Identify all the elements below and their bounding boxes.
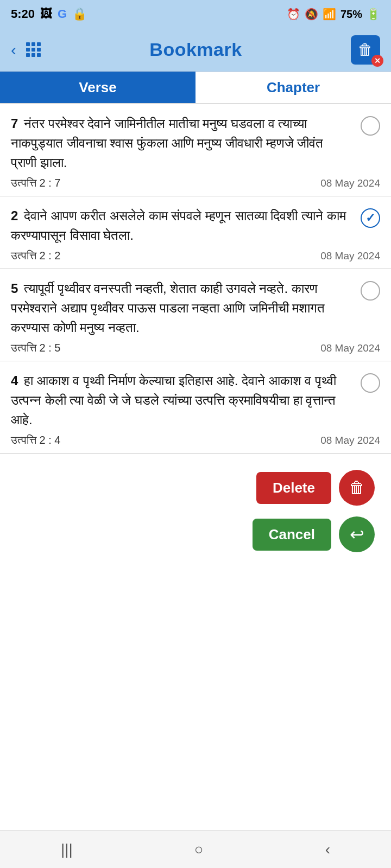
bookmark-date-4: 08 May 2024 (320, 435, 380, 446)
mute-icon: 🔕 (305, 8, 318, 21)
bookmark-text-4: 4 हा आकाश व पृथ्वी निर्माण केल्याचा इतिह… (11, 371, 380, 430)
photo-icon: 🖼 (40, 7, 52, 21)
undo-icon: ↩ (350, 524, 364, 545)
check-mark-icon: ✓ (365, 211, 375, 225)
bookmark-ref-4: उत्पत्ति 2 : 4 (11, 434, 60, 446)
google-icon: G (58, 7, 67, 21)
bookmark-meta-2: उत्पत्ति 2 : 2 08 May 2024 (11, 250, 380, 262)
recents-button[interactable]: ||| (61, 841, 73, 858)
home-button[interactable]: ○ (194, 841, 204, 858)
bookmark-text-1: 7 नंतर परमेश्वर देवाने जामिनीतील मातीचा … (11, 114, 380, 173)
tab-bar: Verse Chapter (0, 72, 391, 104)
bookmark-meta-4: उत्पत्ति 2 : 4 08 May 2024 (11, 434, 380, 446)
bookmark-meta-1: उत्पत्ति 2 : 7 08 May 2024 (11, 177, 380, 189)
battery-icon: 🔋 (367, 8, 380, 21)
action-area: Delete 🗑 Cancel ↩ (0, 454, 391, 563)
bookmark-item-2: 2 देवाने आपण करीत असलेले काम संपवले म्हण… (0, 196, 391, 269)
verse-num-2: 2 (11, 208, 18, 223)
status-right: ⏰ 🔕 📶 75% 🔋 (287, 8, 380, 21)
delete-button[interactable]: Delete (256, 472, 331, 504)
lock-icon: 🔒 (72, 7, 87, 21)
bookmark-checkbox-2[interactable]: ✓ (361, 208, 380, 228)
delete-icon-button[interactable]: 🗑 (339, 470, 375, 506)
bookmark-ref-2: उत्पत्ति 2 : 2 (11, 250, 60, 262)
back-nav-button[interactable]: ‹ (325, 841, 330, 858)
status-time: 5:20 (11, 7, 35, 21)
bottom-nav: ||| ○ ‹ (0, 830, 391, 868)
bookmark-checkbox-3[interactable] (361, 281, 380, 301)
signal-icon: 📶 (323, 8, 336, 21)
bookmark-meta-3: उत्पत्ति 2 : 5 08 May 2024 (11, 342, 380, 354)
bookmark-date-1: 08 May 2024 (320, 177, 380, 189)
bookmark-date-2: 08 May 2024 (320, 250, 380, 262)
delete-nav-button[interactable]: 🗑 ✕ (351, 35, 380, 65)
trash-icon: 🗑 (358, 41, 373, 59)
grid-button[interactable] (26, 42, 41, 57)
status-bar: 5:20 🖼 G 🔒 ⏰ 🔕 📶 75% 🔋 (0, 0, 391, 28)
page-title: Bookmark (149, 39, 242, 60)
bookmark-ref-3: उत्पत्ति 2 : 5 (11, 342, 60, 354)
bookmark-item-3: 5 त्यापूर्वी पृथ्वीवर वनस्पती नव्हती, शे… (0, 269, 391, 361)
back-button[interactable]: ‹ (11, 41, 16, 59)
bookmark-list: 7 नंतर परमेश्वर देवाने जामिनीतील मातीचा … (0, 104, 391, 454)
verse-num-3: 5 (11, 281, 18, 296)
nav-left: ‹ (11, 41, 41, 59)
bookmark-checkbox-1[interactable] (361, 116, 380, 136)
verse-num-4: 4 (11, 373, 18, 388)
bookmark-text-3: 5 त्यापूर्वी पृथ्वीवर वनस्पती नव्हती, शे… (11, 279, 380, 337)
bookmark-text-2: 2 देवाने आपण करीत असलेले काम संपवले म्हण… (11, 206, 380, 245)
alarm-icon: ⏰ (287, 8, 300, 21)
bookmark-item-1: 7 नंतर परमेश्वर देवाने जामिनीतील मातीचा … (0, 104, 391, 196)
nav-bar: ‹ Bookmark 🗑 ✕ (0, 28, 391, 72)
tab-verse[interactable]: Verse (0, 72, 195, 103)
verse-num-1: 7 (11, 116, 18, 131)
battery-text: 75% (340, 8, 362, 21)
close-badge: ✕ (371, 55, 383, 67)
bookmark-checkbox-4[interactable] (361, 373, 380, 393)
tab-chapter[interactable]: Chapter (195, 72, 391, 103)
bookmark-item-4: 4 हा आकाश व पृथ्वी निर्माण केल्याचा इतिह… (0, 361, 391, 454)
delete-trash-icon: 🗑 (349, 478, 365, 497)
cancel-row: Cancel ↩ (253, 516, 375, 552)
bookmark-date-3: 08 May 2024 (320, 342, 380, 354)
cancel-button[interactable]: Cancel (253, 519, 331, 551)
delete-row: Delete 🗑 (256, 470, 375, 506)
cancel-icon-button[interactable]: ↩ (339, 516, 375, 552)
status-left: 5:20 🖼 G 🔒 (11, 7, 87, 21)
bookmark-ref-1: उत्पत्ति 2 : 7 (11, 177, 60, 189)
